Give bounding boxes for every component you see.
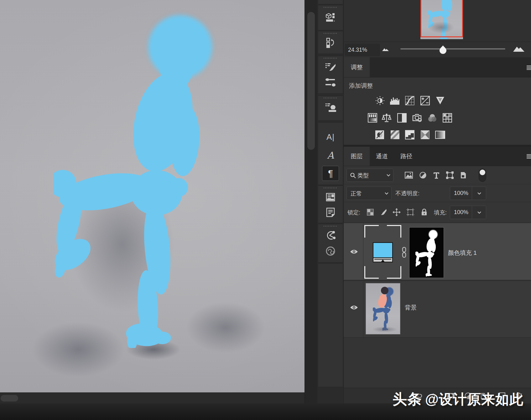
exposure-icon[interactable] bbox=[420, 95, 430, 106]
chevron-down-icon bbox=[386, 174, 391, 177]
lock-transparency-icon[interactable] bbox=[365, 206, 376, 218]
tab-adjustments[interactable]: 调整 bbox=[344, 57, 370, 77]
document-canvas[interactable] bbox=[0, 0, 305, 392]
curves-icon[interactable] bbox=[404, 95, 415, 106]
zoom-slider-thumb[interactable] bbox=[438, 45, 448, 54]
filter-type-dropdown[interactable]: 类型 bbox=[346, 169, 393, 182]
layer-row-color-fill[interactable]: 颜色填充 1 bbox=[344, 223, 531, 281]
photo-filter-icon[interactable] bbox=[412, 113, 423, 123]
shape-layer-filter-icon[interactable] bbox=[444, 169, 456, 182]
brush-settings-icon[interactable] bbox=[318, 60, 343, 74]
type-layer-filter-icon[interactable] bbox=[431, 169, 442, 182]
lock-pixels-icon[interactable] bbox=[378, 206, 388, 218]
navigator-panel: 24.31% bbox=[344, 0, 531, 57]
smart-object-filter-icon[interactable] bbox=[458, 169, 469, 182]
paragraph-panel-icon[interactable]: ¶ bbox=[322, 166, 339, 181]
panel-group-clone bbox=[318, 96, 343, 121]
invert-icon[interactable] bbox=[374, 129, 385, 140]
eye-icon[interactable] bbox=[350, 249, 358, 255]
thumb-floor-shadow bbox=[372, 327, 397, 332]
materials-icon[interactable] bbox=[318, 10, 343, 24]
creative-cloud-icon[interactable] bbox=[318, 244, 343, 258]
share-icon[interactable] bbox=[318, 228, 343, 242]
panel-dock: 24.31% 调整 添加调整 bbox=[344, 0, 531, 403]
pixel-layer-filter-icon[interactable] bbox=[403, 169, 414, 182]
navigator-thumbnail[interactable] bbox=[420, 0, 463, 39]
lock-position-icon[interactable] bbox=[391, 206, 402, 218]
clone-source-icon[interactable] bbox=[318, 101, 343, 115]
layer-row-background[interactable]: 背景 bbox=[344, 281, 531, 338]
color-balance-icon[interactable] bbox=[381, 113, 392, 123]
panel-menu-icon[interactable] bbox=[527, 154, 531, 159]
lock-artboard-icon[interactable] bbox=[405, 206, 416, 218]
panel-group-brushes bbox=[318, 56, 343, 94]
navigator-view-box[interactable] bbox=[420, 0, 463, 37]
posterize-icon[interactable] bbox=[390, 129, 400, 140]
navigator-zoom-slider[interactable] bbox=[400, 48, 505, 50]
lock-label: 锁定: bbox=[347, 209, 360, 216]
eye-icon[interactable] bbox=[350, 305, 358, 310]
blend-mode-value: 正常 bbox=[351, 190, 362, 197]
layer-name[interactable]: 背景 bbox=[405, 304, 417, 312]
channel-mixer-icon[interactable] bbox=[427, 113, 438, 123]
photoshop-window: A| A ¶ bbox=[0, 0, 531, 420]
panel-group-top bbox=[318, 0, 343, 4]
gradient-map-icon[interactable] bbox=[435, 129, 445, 140]
vertical-scrollbar[interactable] bbox=[307, 12, 315, 150]
thumb-figure-hair bbox=[381, 287, 388, 294]
glyphs-panel-icon[interactable]: A bbox=[318, 148, 343, 162]
tab-layers[interactable]: 图层 bbox=[344, 147, 370, 166]
layout-panel-icon[interactable] bbox=[318, 190, 343, 204]
threshold-icon[interactable] bbox=[404, 129, 415, 140]
layer-name[interactable]: 颜色填充 1 bbox=[448, 249, 477, 257]
group-grip[interactable] bbox=[324, 226, 337, 227]
tab-paths[interactable]: 路径 bbox=[394, 147, 419, 166]
blend-mode-dropdown[interactable]: 正常 bbox=[346, 186, 392, 200]
group-grip[interactable] bbox=[324, 97, 337, 98]
layer-filter-row: 类型 bbox=[344, 166, 531, 184]
layer-mask-thumbnail[interactable] bbox=[409, 227, 444, 278]
visibility-column bbox=[344, 281, 363, 337]
group-grip[interactable] bbox=[324, 7, 337, 8]
zoom-percent-field[interactable]: 24.31% bbox=[345, 44, 380, 56]
layer-filter-toggle[interactable] bbox=[479, 169, 486, 182]
lock-row: 锁定: 填充: 100% bbox=[344, 202, 531, 223]
thumb-bracket bbox=[387, 225, 401, 238]
blend-mode-row: 正常 不透明度: 100% bbox=[344, 184, 531, 202]
layer-list-empty bbox=[344, 338, 531, 388]
opacity-field[interactable]: 100% bbox=[450, 186, 486, 200]
tab-channels[interactable]: 通道 bbox=[370, 147, 394, 166]
selective-color-icon[interactable] bbox=[420, 129, 430, 140]
search-icon bbox=[350, 172, 356, 179]
panel-group-cc bbox=[318, 224, 343, 263]
color-lookup-icon[interactable] bbox=[442, 113, 453, 123]
color-fill-thumbnail[interactable] bbox=[373, 242, 393, 262]
lock-all-icon[interactable] bbox=[419, 206, 429, 218]
group-grip[interactable] bbox=[324, 58, 337, 59]
mask-link-icon[interactable] bbox=[401, 247, 407, 258]
visibility-column bbox=[344, 223, 363, 280]
chevron-down-icon bbox=[477, 192, 482, 195]
thumb-bracket bbox=[364, 266, 379, 279]
black-white-icon[interactable] bbox=[397, 113, 407, 123]
fill-field[interactable]: 100% bbox=[450, 206, 486, 219]
vibrance-icon[interactable] bbox=[435, 95, 445, 106]
group-grip[interactable] bbox=[324, 187, 337, 188]
notes-panel-icon[interactable] bbox=[318, 205, 343, 219]
add-adjustment-label: 添加调整 bbox=[349, 82, 373, 90]
history-icon[interactable] bbox=[318, 36, 343, 50]
thumb-bracket bbox=[364, 225, 379, 238]
panel-menu-icon[interactable] bbox=[527, 65, 531, 71]
zoom-in-icon[interactable] bbox=[513, 45, 525, 52]
group-grip[interactable] bbox=[324, 33, 337, 34]
zoom-out-icon[interactable] bbox=[382, 47, 389, 51]
brushes-icon[interactable] bbox=[318, 76, 343, 89]
adjustment-layer-filter-icon[interactable] bbox=[417, 169, 429, 182]
background-thumbnail[interactable] bbox=[366, 283, 400, 334]
levels-icon[interactable] bbox=[389, 95, 400, 106]
brightness-contrast-icon[interactable] bbox=[375, 95, 385, 106]
character-panel-icon[interactable]: A| bbox=[318, 130, 343, 144]
horizontal-scrollbar[interactable] bbox=[1, 395, 18, 402]
hue-saturation-icon[interactable] bbox=[367, 113, 378, 123]
fill-value: 100% bbox=[454, 209, 468, 216]
